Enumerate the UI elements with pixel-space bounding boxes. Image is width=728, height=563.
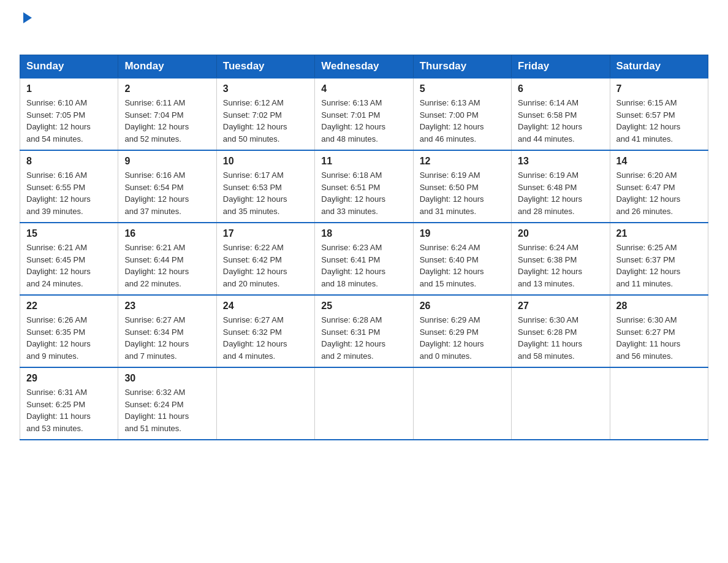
weekday-header-monday: Monday: [118, 55, 216, 79]
calendar-cell: 21Sunrise: 6:25 AMSunset: 6:37 PMDayligh…: [610, 223, 708, 295]
calendar-cell: 22Sunrise: 6:26 AMSunset: 6:35 PMDayligh…: [20, 295, 118, 367]
day-number: 4: [321, 83, 406, 94]
calendar-cell: 14Sunrise: 6:20 AMSunset: 6:47 PMDayligh…: [610, 150, 708, 223]
calendar-cell: 5Sunrise: 6:13 AMSunset: 7:00 PMDaylight…: [413, 78, 511, 150]
calendar-week-row: 22Sunrise: 6:26 AMSunset: 6:35 PMDayligh…: [20, 295, 708, 367]
day-number: 20: [518, 228, 603, 239]
weekday-header-row: SundayMondayTuesdayWednesdayThursdayFrid…: [20, 55, 708, 79]
calendar-cell: 16Sunrise: 6:21 AMSunset: 6:44 PMDayligh…: [118, 223, 216, 295]
calendar-cell: 7Sunrise: 6:15 AMSunset: 6:57 PMDaylight…: [610, 78, 708, 150]
calendar-cell: 6Sunrise: 6:14 AMSunset: 6:58 PMDaylight…: [512, 78, 610, 150]
day-number: 11: [321, 156, 406, 167]
day-info: Sunrise: 6:22 AMSunset: 6:42 PMDaylight:…: [223, 242, 308, 289]
calendar-cell: 19Sunrise: 6:24 AMSunset: 6:40 PMDayligh…: [413, 223, 511, 295]
day-info: Sunrise: 6:17 AMSunset: 6:53 PMDaylight:…: [223, 169, 308, 217]
day-info: Sunrise: 6:31 AMSunset: 6:25 PMDaylight:…: [26, 386, 112, 434]
weekday-header-thursday: Thursday: [413, 55, 511, 79]
day-info: Sunrise: 6:19 AMSunset: 6:50 PMDaylight:…: [420, 169, 505, 217]
day-info: Sunrise: 6:28 AMSunset: 6:31 PMDaylight:…: [321, 314, 406, 362]
day-number: 24: [223, 301, 308, 312]
calendar-cell: 25Sunrise: 6:28 AMSunset: 6:31 PMDayligh…: [315, 295, 413, 367]
logo: [20, 15, 34, 44]
weekday-header-sunday: Sunday: [20, 55, 118, 79]
day-info: Sunrise: 6:30 AMSunset: 6:28 PMDaylight:…: [518, 314, 603, 362]
calendar-cell: 11Sunrise: 6:18 AMSunset: 6:51 PMDayligh…: [315, 150, 413, 223]
day-info: Sunrise: 6:26 AMSunset: 6:35 PMDaylight:…: [26, 314, 112, 362]
day-info: Sunrise: 6:16 AMSunset: 6:55 PMDaylight:…: [26, 169, 112, 217]
day-number: 14: [616, 156, 702, 167]
calendar-week-row: 8Sunrise: 6:16 AMSunset: 6:55 PMDaylight…: [20, 150, 708, 223]
calendar-cell: 8Sunrise: 6:16 AMSunset: 6:55 PMDaylight…: [20, 150, 118, 223]
calendar-cell: 24Sunrise: 6:27 AMSunset: 6:32 PMDayligh…: [216, 295, 314, 367]
day-number: 21: [616, 228, 702, 239]
calendar-cell: 15Sunrise: 6:21 AMSunset: 6:45 PMDayligh…: [20, 223, 118, 295]
calendar-week-row: 1Sunrise: 6:10 AMSunset: 7:05 PMDaylight…: [20, 78, 708, 150]
day-number: 6: [518, 83, 603, 94]
calendar-cell: [610, 367, 708, 440]
day-info: Sunrise: 6:10 AMSunset: 7:05 PMDaylight:…: [26, 97, 112, 145]
day-number: 5: [420, 83, 505, 94]
weekday-header-tuesday: Tuesday: [216, 55, 314, 79]
calendar-cell: 17Sunrise: 6:22 AMSunset: 6:42 PMDayligh…: [216, 223, 314, 295]
day-info: Sunrise: 6:24 AMSunset: 6:38 PMDaylight:…: [518, 242, 603, 289]
calendar-cell: 1Sunrise: 6:10 AMSunset: 7:05 PMDaylight…: [20, 78, 118, 150]
day-number: 28: [616, 301, 702, 312]
day-number: 27: [518, 301, 603, 312]
day-info: Sunrise: 6:12 AMSunset: 7:02 PMDaylight:…: [223, 97, 308, 145]
calendar-cell: [512, 367, 610, 440]
calendar-cell: 18Sunrise: 6:23 AMSunset: 6:41 PMDayligh…: [315, 223, 413, 295]
day-number: 3: [223, 83, 308, 94]
day-number: 25: [321, 301, 406, 312]
day-info: Sunrise: 6:13 AMSunset: 7:01 PMDaylight:…: [321, 97, 406, 145]
day-info: Sunrise: 6:25 AMSunset: 6:37 PMDaylight:…: [616, 242, 702, 289]
day-number: 29: [26, 373, 112, 384]
calendar-cell: 26Sunrise: 6:29 AMSunset: 6:29 PMDayligh…: [413, 295, 511, 367]
calendar-cell: 2Sunrise: 6:11 AMSunset: 7:04 PMDaylight…: [118, 78, 216, 150]
day-info: Sunrise: 6:14 AMSunset: 6:58 PMDaylight:…: [518, 97, 603, 145]
day-info: Sunrise: 6:27 AMSunset: 6:32 PMDaylight:…: [223, 314, 308, 362]
day-number: 18: [321, 228, 406, 239]
day-number: 17: [223, 228, 308, 239]
calendar-cell: 28Sunrise: 6:30 AMSunset: 6:27 PMDayligh…: [610, 295, 708, 367]
day-info: Sunrise: 6:13 AMSunset: 7:00 PMDaylight:…: [420, 97, 505, 145]
day-info: Sunrise: 6:23 AMSunset: 6:41 PMDaylight:…: [321, 242, 406, 289]
calendar-cell: [413, 367, 511, 440]
day-info: Sunrise: 6:18 AMSunset: 6:51 PMDaylight:…: [321, 169, 406, 217]
day-info: Sunrise: 6:29 AMSunset: 6:29 PMDaylight:…: [420, 314, 505, 362]
day-info: Sunrise: 6:24 AMSunset: 6:40 PMDaylight:…: [420, 242, 505, 289]
calendar-cell: [216, 367, 314, 440]
calendar-cell: 20Sunrise: 6:24 AMSunset: 6:38 PMDayligh…: [512, 223, 610, 295]
day-info: Sunrise: 6:19 AMSunset: 6:48 PMDaylight:…: [518, 169, 603, 217]
calendar-cell: 30Sunrise: 6:32 AMSunset: 6:24 PMDayligh…: [118, 367, 216, 440]
day-info: Sunrise: 6:21 AMSunset: 6:44 PMDaylight:…: [124, 242, 210, 289]
calendar-week-row: 15Sunrise: 6:21 AMSunset: 6:45 PMDayligh…: [20, 223, 708, 295]
calendar-table: SundayMondayTuesdayWednesdayThursdayFrid…: [20, 55, 708, 440]
calendar-cell: 12Sunrise: 6:19 AMSunset: 6:50 PMDayligh…: [413, 150, 511, 223]
day-number: 23: [124, 301, 210, 312]
calendar-cell: 9Sunrise: 6:16 AMSunset: 6:54 PMDaylight…: [118, 150, 216, 223]
calendar-cell: 10Sunrise: 6:17 AMSunset: 6:53 PMDayligh…: [216, 150, 314, 223]
day-info: Sunrise: 6:11 AMSunset: 7:04 PMDaylight:…: [124, 97, 210, 145]
day-info: Sunrise: 6:20 AMSunset: 6:47 PMDaylight:…: [616, 169, 702, 217]
day-number: 10: [223, 156, 308, 167]
weekday-header-friday: Friday: [512, 55, 610, 79]
logo-arrow-icon: [21, 11, 34, 25]
svg-marker-0: [23, 12, 32, 23]
page-header: [20, 15, 708, 44]
day-number: 8: [26, 156, 112, 167]
day-info: Sunrise: 6:16 AMSunset: 6:54 PMDaylight:…: [124, 169, 210, 217]
day-number: 15: [26, 228, 112, 239]
day-number: 7: [616, 83, 702, 94]
day-info: Sunrise: 6:27 AMSunset: 6:34 PMDaylight:…: [124, 314, 210, 362]
day-info: Sunrise: 6:32 AMSunset: 6:24 PMDaylight:…: [124, 386, 210, 434]
calendar-cell: 29Sunrise: 6:31 AMSunset: 6:25 PMDayligh…: [20, 367, 118, 440]
day-number: 1: [26, 83, 112, 94]
calendar-cell: [315, 367, 413, 440]
weekday-header-saturday: Saturday: [610, 55, 708, 79]
calendar-cell: 23Sunrise: 6:27 AMSunset: 6:34 PMDayligh…: [118, 295, 216, 367]
day-number: 30: [124, 373, 210, 384]
day-info: Sunrise: 6:21 AMSunset: 6:45 PMDaylight:…: [26, 242, 112, 289]
day-info: Sunrise: 6:15 AMSunset: 6:57 PMDaylight:…: [616, 97, 702, 145]
calendar-cell: 13Sunrise: 6:19 AMSunset: 6:48 PMDayligh…: [512, 150, 610, 223]
day-number: 9: [124, 156, 210, 167]
